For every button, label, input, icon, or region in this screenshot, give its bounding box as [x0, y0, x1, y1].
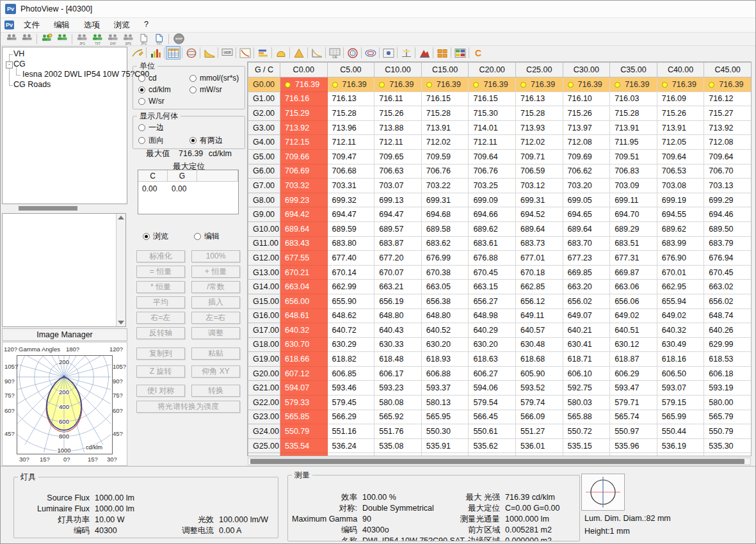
cell-G20.00-C25.00[interactable]: 605.90 [515, 366, 563, 381]
cell-G5.00-C20.00[interactable]: 709.64 [469, 149, 516, 164]
col-header-C30.00[interactable]: C30.00 [563, 63, 610, 77]
cell-G25.00-C35.00[interactable]: 535.96 [610, 438, 657, 453]
curve-edit-icon[interactable] [130, 46, 145, 60]
list-vscrollbar[interactable] [116, 214, 125, 326]
cell-G8.00-C10.00[interactable]: 699.13 [374, 193, 422, 207]
cell-G0.00-C40.00[interactable]: 716.39 [657, 77, 704, 92]
grid-ball-icon[interactable] [381, 46, 396, 60]
row-header-G1.00[interactable]: G1.00 [248, 92, 280, 106]
cell-G14.00-C5.00[interactable]: 662.99 [327, 280, 374, 294]
cell-G8.00-C30.00[interactable]: 699.05 [563, 193, 610, 207]
cell-G3.00-C5.00[interactable]: 713.96 [327, 120, 374, 135]
cell-G6.00-C40.00[interactable]: 706.53 [657, 164, 704, 179]
row-header-G26.00[interactable]: G26.00 [248, 453, 280, 456]
cell-G22.00-C20.00[interactable]: 579.54 [469, 396, 516, 410]
cell-G14.00-C10.00[interactable]: 663.21 [374, 280, 422, 294]
cell-G17.00-C45.00[interactable]: 640.26 [704, 323, 752, 338]
cell-G21.00-C0.00[interactable]: 594.07 [280, 381, 328, 396]
cell-G23.00-C30.00[interactable]: 565.88 [563, 410, 610, 424]
unit-option-W/sr[interactable]: W/sr [138, 95, 171, 107]
cell-G26.00-C45.00[interactable]: 520.25 [704, 453, 752, 456]
cell-G10.00-C5.00[interactable]: 689.59 [327, 221, 374, 236]
unit-option-mmol/(sr*s)[interactable]: mmol/(sr*s) [189, 72, 239, 84]
cell-G20.00-C30.00[interactable]: 606.10 [563, 366, 610, 381]
cell-G9.00-C30.00[interactable]: 694.65 [563, 207, 610, 222]
image-manager-header[interactable]: Image Manager [2, 328, 127, 341]
cell-G20.00-C35.00[interactable]: 606.29 [610, 366, 657, 381]
cell-G12.00-C5.00[interactable]: 677.40 [327, 251, 374, 266]
cell-G18.00-C35.00[interactable]: 630.12 [610, 337, 657, 352]
cell-G22.00-C10.00[interactable]: 580.08 [374, 396, 422, 410]
cell-G2.00-C35.00[interactable]: 715.28 [610, 106, 657, 121]
cell-G23.00-C20.00[interactable]: 566.45 [469, 410, 516, 424]
cell-G21.00-C25.00[interactable]: 593.52 [515, 381, 563, 396]
cell-G11.00-C20.00[interactable]: 683.61 [469, 236, 516, 251]
max-position-col-c[interactable]: C [138, 170, 168, 182]
cell-G21.00-C10.00[interactable]: 593.23 [374, 381, 422, 396]
cell-G6.00-C35.00[interactable]: 706.83 [610, 164, 657, 179]
cell-G20.00-C15.00[interactable]: 606.88 [421, 366, 469, 381]
cell-G12.00-C35.00[interactable]: 677.31 [610, 251, 657, 266]
cell-G4.00-C30.00[interactable]: 712.08 [563, 135, 610, 150]
cell-G8.00-C0.00[interactable]: 699.23 [280, 193, 328, 207]
max-position-g-value[interactable]: 0.00 [172, 184, 186, 193]
cell-G0.00-C45.00[interactable]: 716.39 [704, 77, 752, 92]
color-table-icon[interactable] [453, 46, 467, 60]
cell-G26.00-C25.00[interactable]: 520.43 [515, 453, 563, 456]
row-header-G20.00[interactable]: G20.00 [248, 366, 280, 381]
cell-G21.00-C35.00[interactable]: 593.47 [610, 381, 657, 396]
button-插入[interactable]: 插入 [191, 296, 240, 308]
cell-G14.00-C45.00[interactable]: 663.02 [704, 280, 752, 294]
row-header-G23.00[interactable]: G23.00 [248, 410, 280, 424]
cell-G19.00-C20.00[interactable]: 618.63 [469, 352, 516, 367]
tree-hscroll-thumb[interactable] [19, 206, 77, 211]
menu-item-?[interactable]: ? [137, 19, 156, 32]
cell-G8.00-C35.00[interactable]: 699.11 [610, 193, 657, 207]
cell-G3.00-C45.00[interactable]: 713.92 [704, 120, 752, 135]
cell-G9.00-C45.00[interactable]: 694.46 [704, 207, 752, 222]
row-header-G13.00[interactable]: G13.00 [248, 265, 280, 280]
cell-G19.00-C5.00[interactable]: 618.82 [327, 352, 374, 367]
cell-G10.00-C15.00[interactable]: 689.58 [421, 221, 469, 236]
row-header-G2.00[interactable]: G2.00 [248, 106, 280, 121]
cartesian-diagram-icon[interactable] [202, 46, 216, 60]
cell-G1.00-C35.00[interactable]: 716.03 [610, 92, 657, 106]
cell-G17.00-C20.00[interactable]: 640.29 [469, 323, 516, 338]
export-txt-icon[interactable]: TXT [90, 33, 105, 45]
cell-G14.00-C35.00[interactable]: 663.06 [610, 280, 657, 294]
table-corner-header[interactable]: G / C [248, 63, 280, 77]
cell-G24.00-C45.00[interactable]: 550.79 [704, 424, 752, 439]
row-header-G22.00[interactable]: G22.00 [248, 396, 280, 410]
cell-G20.00-C40.00[interactable]: 606.50 [657, 366, 704, 381]
button-+ 恒量[interactable]: + 恒量 [191, 266, 240, 278]
cell-G0.00-C20.00[interactable]: 716.39 [469, 77, 516, 92]
col-header-C10.00[interactable]: C10.00 [374, 63, 422, 77]
street-diagram-icon[interactable] [399, 46, 414, 60]
cell-G19.00-C15.00[interactable]: 618.93 [421, 352, 469, 367]
row-header-G15.00[interactable]: G15.00 [248, 294, 280, 308]
cell-G23.00-C5.00[interactable]: 566.29 [327, 410, 374, 424]
cell-G8.00-C15.00[interactable]: 699.31 [421, 193, 469, 207]
cell-G25.00-C40.00[interactable]: 536.19 [657, 438, 704, 453]
cell-G14.00-C30.00[interactable]: 663.20 [563, 280, 610, 294]
row-header-G21.00[interactable]: G21.00 [248, 381, 280, 396]
button-左=右[interactable]: 左=右 [191, 312, 240, 324]
copy-jpg-icon[interactable]: JPG [136, 33, 151, 45]
cell-G6.00-C25.00[interactable]: 706.59 [515, 164, 563, 179]
cell-G4.00-C25.00[interactable]: 712.02 [515, 135, 563, 150]
cell-G21.00-C15.00[interactable]: 593.37 [421, 381, 469, 396]
cell-G11.00-C10.00[interactable]: 683.87 [374, 236, 422, 251]
cell-G20.00-C0.00[interactable]: 607.12 [280, 366, 328, 381]
cell-G22.00-C15.00[interactable]: 580.13 [421, 396, 469, 410]
cell-G5.00-C10.00[interactable]: 709.65 [374, 149, 422, 164]
cell-G3.00-C10.00[interactable]: 713.88 [374, 120, 422, 135]
cell-G26.00-C10.00[interactable]: 520.07 [374, 453, 422, 456]
cell-G0.00-C10.00[interactable]: 716.39 [374, 77, 422, 92]
button-Z 旋转[interactable]: Z 旋转 [136, 365, 185, 378]
photometry-search-icon[interactable] [39, 33, 54, 45]
cell-G9.00-C25.00[interactable]: 694.52 [515, 207, 563, 222]
button-粘贴[interactable]: 粘贴 [191, 348, 240, 360]
cell-G5.00-C35.00[interactable]: 709.51 [610, 149, 657, 164]
cell-G26.00-C20.00[interactable]: 520.56 [469, 453, 516, 456]
cell-G2.00-C20.00[interactable]: 715.30 [469, 106, 516, 121]
